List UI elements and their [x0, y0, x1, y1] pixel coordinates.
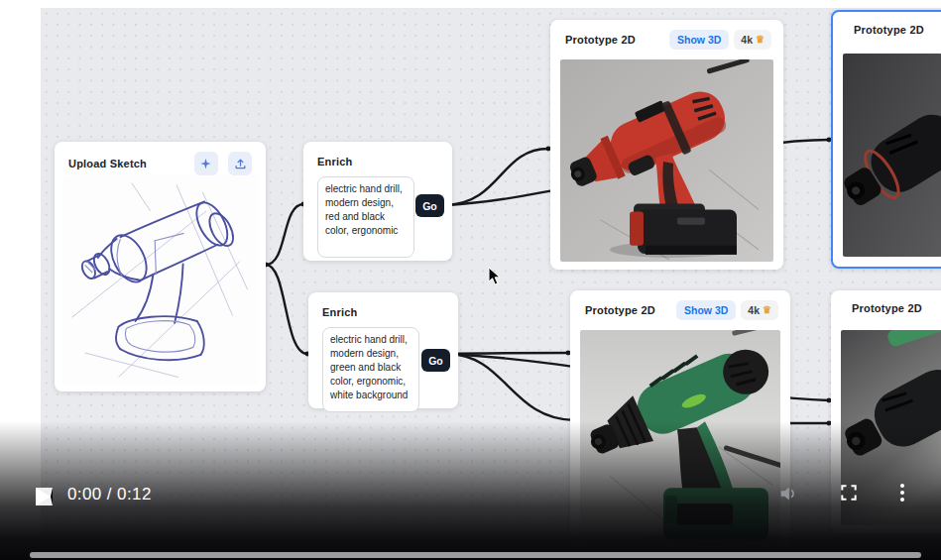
upscale-4k-button[interactable]: 4k ♛	[741, 300, 778, 320]
enrich-1-prompt-input[interactable]: electric hand drill, modern design, red …	[317, 176, 414, 258]
sketch-image	[62, 175, 258, 386]
prototype-dark-title: Prototype 2D	[852, 302, 922, 314]
sparkle-icon[interactable]	[194, 152, 218, 175]
enrich-2-go-button[interactable]: Go	[421, 349, 450, 372]
video-control-overlay: 0:00 / 0:12	[0, 421, 941, 560]
prototype-card-selected[interactable]: Prototype 2D	[831, 10, 941, 269]
crown-icon: ♛	[756, 35, 765, 45]
video-frame: Upload Sketch	[0, 0, 941, 560]
prototype-red-title: Prototype 2D	[565, 34, 636, 46]
mouse-cursor	[488, 267, 502, 286]
upload-icon[interactable]	[228, 152, 252, 175]
upload-sketch-card[interactable]: Upload Sketch	[55, 142, 266, 392]
kebab-menu-icon[interactable]	[900, 481, 904, 504]
show-3d-button[interactable]: Show 3D	[676, 300, 736, 320]
video-time-label: 0:00 / 0:12	[67, 485, 152, 504]
prototype-card-red[interactable]: Prototype 2D Show 3D 4k ♛	[550, 20, 783, 270]
enrich-2-prompt-input[interactable]: electric hand drill, modern design, gree…	[322, 327, 419, 412]
crown-icon: ♛	[763, 305, 771, 315]
fullscreen-icon[interactable]	[839, 483, 859, 505]
play-button[interactable]	[36, 488, 53, 505]
enrich-2-title: Enrich	[322, 306, 357, 318]
enrich-card-1[interactable]: Enrich electric hand drill, modern desig…	[303, 142, 452, 261]
enrich-1-title: Enrich	[317, 156, 352, 168]
show-3d-button[interactable]: Show 3D	[669, 30, 729, 50]
upload-sketch-title: Upload Sketch	[68, 158, 147, 169]
enrich-card-2[interactable]: Enrich electric hand drill, modern desig…	[308, 292, 458, 408]
dark-drill-closeup-image	[843, 54, 941, 257]
red-drill-image	[560, 59, 773, 262]
prototype-green-title: Prototype 2D	[585, 304, 655, 316]
upscale-4k-button[interactable]: 4k ♛	[734, 30, 771, 50]
enrich-1-go-button[interactable]: Go	[415, 194, 444, 217]
prototype-selected-title: Prototype 2D	[854, 24, 924, 36]
volume-icon[interactable]	[777, 483, 799, 507]
video-progress-bar[interactable]	[30, 552, 921, 558]
